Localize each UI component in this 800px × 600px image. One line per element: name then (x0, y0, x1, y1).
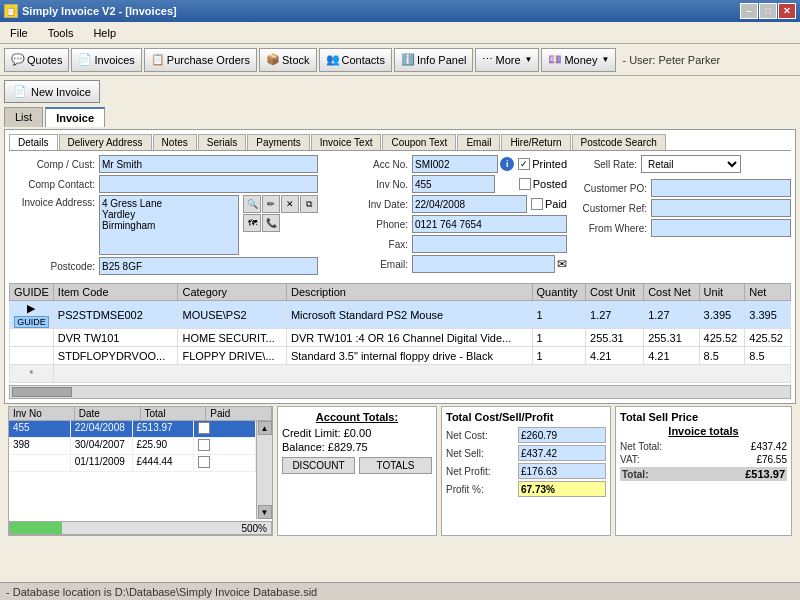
addr-edit-btn[interactable]: ✏ (262, 195, 280, 213)
discount-button[interactable]: DISCOUNT (282, 457, 355, 474)
quotes-icon: 💬 (11, 53, 25, 66)
inv-date-input[interactable] (412, 195, 527, 213)
cost-sell-profit-panel: Total Cost/Sell/Profit Net Cost: £260.79… (441, 406, 611, 536)
fax-input[interactable] (412, 235, 567, 253)
info-panel-button[interactable]: ℹ️ Info Panel (394, 48, 474, 72)
addr-clear-btn[interactable]: ✕ (281, 195, 299, 213)
vat-row: VAT: £76.55 (620, 454, 787, 465)
menu-help[interactable]: Help (87, 25, 122, 41)
tab-list[interactable]: List (4, 107, 43, 127)
description-cell: DVR TW101 :4 OR 16 Channel Digital Vide.… (286, 329, 532, 347)
customer-ref-input[interactable] (651, 199, 791, 217)
from-where-input[interactable] (651, 219, 791, 237)
items-table-container: GUIDE Item Code Category Description Qua… (9, 281, 791, 383)
form-left: Comp / Cust: Comp Contact: Invoice Addre… (9, 155, 318, 277)
printed-checkbox[interactable] (518, 158, 530, 170)
invoices-button[interactable]: 📄 Invoices (71, 48, 141, 72)
sub-tabs: Details Delivery Address Notes Serials P… (9, 134, 791, 151)
phone-input[interactable] (412, 215, 567, 233)
total-header: Total (141, 407, 207, 420)
vertical-scrollbar[interactable]: ▲ ▼ (256, 421, 272, 519)
total-val: £513.97 (745, 468, 785, 480)
col-item-code: Item Code (53, 284, 178, 301)
scrollbar-thumb[interactable] (12, 387, 72, 397)
more-button[interactable]: ⋯ More ▼ (475, 48, 539, 72)
scroll-up-btn[interactable]: ▲ (258, 421, 272, 435)
subtab-email[interactable]: Email (457, 134, 500, 150)
profit-pct-label: Profit %: (446, 484, 516, 495)
new-invoice-button[interactable]: 📄 New Invoice (4, 80, 100, 103)
app-icon: 📋 (4, 4, 18, 18)
list-item[interactable]: 455 22/04/2008 £513.97 (9, 421, 256, 438)
money-button[interactable]: 💷 Money ▼ (541, 48, 616, 72)
paid-checkbox[interactable] (531, 198, 543, 210)
menu-tools[interactable]: Tools (42, 25, 80, 41)
postcode-input[interactable] (99, 257, 318, 275)
list-item[interactable]: 01/11/2009 £444.44 (9, 455, 256, 472)
paid-check[interactable] (198, 422, 210, 434)
email-send-icon[interactable]: ✉ (557, 257, 567, 271)
subtab-postcode-search[interactable]: Postcode Search (572, 134, 666, 150)
purchase-orders-icon: 📋 (151, 53, 165, 66)
guide-button[interactable]: GUIDE (14, 316, 49, 328)
addr-map-btn[interactable]: 🗺 (243, 214, 261, 232)
unit-cell: 8.5 (699, 347, 745, 365)
table-row[interactable]: STDFLOPYDRVOO... FLOPPY DRIVE\... Standa… (10, 347, 791, 365)
comp-cust-input[interactable] (99, 155, 318, 173)
vat-val: £76.55 (756, 454, 787, 465)
stock-button[interactable]: 📦 Stock (259, 48, 317, 72)
net-cost-row: Net Cost: £260.79 (446, 427, 606, 443)
paid-check[interactable] (198, 456, 210, 468)
paid-check[interactable] (198, 439, 210, 451)
sell-rate-select[interactable]: Retail Trade (641, 155, 741, 173)
col-unit: Unit (699, 284, 745, 301)
menu-file[interactable]: File (4, 25, 34, 41)
guide-cell: ▶ GUIDE (10, 301, 54, 329)
customer-po-input[interactable] (651, 179, 791, 197)
purchase-orders-button[interactable]: 📋 Purchase Orders (144, 48, 257, 72)
paid-cell (194, 455, 256, 471)
addr-search-btn[interactable]: 🔍 (243, 195, 261, 213)
content-panel: Details Delivery Address Notes Serials P… (4, 129, 796, 404)
scroll-down-btn[interactable]: ▼ (258, 505, 272, 519)
subtab-invoice-text[interactable]: Invoice Text (311, 134, 382, 150)
subtab-serials[interactable]: Serials (198, 134, 247, 150)
subtab-details[interactable]: Details (9, 134, 58, 150)
invoice-list: Inv No Date Total Paid 455 22/04/2008 £5… (8, 406, 273, 536)
new-row-star: * (10, 365, 54, 383)
horizontal-scrollbar[interactable] (9, 385, 791, 399)
subtab-payments[interactable]: Payments (247, 134, 309, 150)
net-sell-label: Net Sell: (446, 448, 516, 459)
posted-checkbox[interactable] (519, 178, 531, 190)
minimize-button[interactable]: – (740, 3, 758, 19)
title-bar: 📋 Simply Invoice V2 - [Invoices] – □ ✕ (0, 0, 800, 22)
money-icon: 💷 (548, 53, 562, 66)
inv-no-input[interactable] (412, 175, 495, 193)
invoice-address-input[interactable]: 4 Gress Lane Yardley Birmingham (99, 195, 239, 255)
quantity-cell: 1 (532, 301, 586, 329)
table-new-row[interactable]: * (10, 365, 791, 383)
email-input[interactable] (412, 255, 555, 273)
form-mid: Acc No. i Printed Inv No. Posted (322, 155, 567, 277)
addr-copy-btn[interactable]: ⧉ (300, 195, 318, 213)
tab-invoice[interactable]: Invoice (45, 107, 105, 127)
acc-no-input[interactable] (412, 155, 498, 173)
info-button[interactable]: i (500, 157, 514, 171)
addr-phone-btn[interactable]: 📞 (262, 214, 280, 232)
maximize-button[interactable]: □ (759, 3, 777, 19)
close-button[interactable]: ✕ (778, 3, 796, 19)
customer-ref-label: Customer Ref: (571, 203, 651, 214)
comp-contact-input[interactable] (99, 175, 318, 193)
contacts-button[interactable]: 👥 Contacts (319, 48, 392, 72)
subtab-delivery-address[interactable]: Delivery Address (59, 134, 152, 150)
list-item[interactable]: 398 30/04/2007 £25.90 (9, 438, 256, 455)
table-row[interactable]: ▶ GUIDE PS2STDMSE002 MOUSE\PS2 Microsoft… (10, 301, 791, 329)
quotes-button[interactable]: 💬 Quotes (4, 48, 69, 72)
inv-no-label: Inv No. (322, 179, 412, 190)
subtab-notes[interactable]: Notes (153, 134, 197, 150)
subtab-coupon-text[interactable]: Coupon Text (382, 134, 456, 150)
contacts-icon: 👥 (326, 53, 340, 66)
totals-button[interactable]: TOTALS (359, 457, 432, 474)
subtab-hire-return[interactable]: Hire/Return (501, 134, 570, 150)
table-row[interactable]: DVR TW101 HOME SECURIT... DVR TW101 :4 O… (10, 329, 791, 347)
